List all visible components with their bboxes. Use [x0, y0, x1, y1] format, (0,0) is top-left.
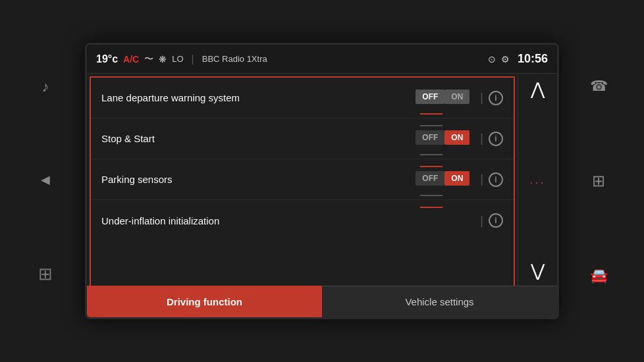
lane-departure-info-btn[interactable]: i: [489, 91, 503, 105]
parking-off-btn[interactable]: OFF: [416, 171, 444, 186]
side-panel-right: ☎ ⊞ 🚘: [559, 0, 638, 362]
status-divider-1: |: [192, 53, 194, 65]
settings-icon[interactable]: ⚙: [501, 54, 510, 65]
clock-display: 10:56: [518, 52, 548, 66]
stop-start-label: Stop & Start: [101, 133, 416, 144]
sep-3: |: [480, 172, 483, 186]
side-panel-left: ♪ ◀ ⊞: [6, 0, 85, 362]
settings-list: Lane departure warning system OFF ON | i: [90, 76, 515, 286]
inflation-label: Under-inflation initialization: [101, 215, 475, 226]
bottom-tabs: Driving function Vehicle settings: [87, 286, 557, 317]
setting-row-stop-start: Stop & Start OFF ON | i: [91, 118, 514, 159]
phone-icon[interactable]: ☎: [590, 78, 608, 95]
car-icon[interactable]: 🚘: [590, 267, 608, 284]
music-icon[interactable]: ♪: [42, 78, 49, 95]
inflation-info-btn[interactable]: i: [489, 213, 503, 228]
location-icon: ⊙: [488, 54, 496, 65]
scroll-dots: ...: [529, 173, 545, 187]
grid-icon[interactable]: ⊞: [592, 172, 605, 190]
lane-departure-off-btn[interactable]: OFF: [416, 90, 444, 104]
car-frame: ♪ ◀ ⊞ 19°c A/C 〜 ❋ LO | BBC Radio 1Xtra …: [0, 0, 644, 362]
fan-icon: ❋: [159, 54, 167, 65]
lane-departure-toggle[interactable]: OFF ON: [416, 90, 470, 107]
sep-1: |: [480, 91, 483, 105]
lane-departure-on-btn[interactable]: ON: [444, 90, 470, 104]
main-content: Lane departure warning system OFF ON | i: [87, 74, 557, 286]
setting-row-parking: Parking sensors OFF ON | i: [91, 159, 514, 200]
main-screen: 19°c A/C 〜 ❋ LO | BBC Radio 1Xtra ⊙ ⚙ 10…: [85, 43, 559, 319]
setting-row-inflation: Under-inflation initialization | i: [91, 200, 514, 241]
parking-sensors-label: Parking sensors: [101, 174, 416, 185]
status-bar: 19°c A/C 〜 ❋ LO | BBC Radio 1Xtra ⊙ ⚙ 10…: [87, 45, 557, 74]
tab-driving-function[interactable]: Driving function: [87, 286, 322, 317]
apps-icon[interactable]: ⊞: [38, 264, 53, 284]
setting-row-lane-departure: Lane departure warning system OFF ON | i: [91, 78, 514, 118]
ac-indicator: A/C: [123, 54, 139, 65]
scroll-up-arrow[interactable]: ⋀: [531, 80, 545, 97]
sep-2: |: [480, 132, 483, 145]
scroll-arrows-panel: ⋀ ... ⋁: [518, 74, 557, 286]
stop-start-on-btn[interactable]: ON: [444, 130, 470, 145]
scroll-down-arrow[interactable]: ⋁: [531, 262, 545, 279]
stop-start-off-btn[interactable]: OFF: [416, 130, 444, 145]
temperature-display: 19°c: [96, 53, 118, 65]
nav-icon[interactable]: ◀: [41, 172, 50, 187]
tab-vehicle-settings[interactable]: Vehicle settings: [322, 286, 557, 317]
radio-display: BBC Radio 1Xtra: [202, 54, 483, 64]
stop-start-toggle[interactable]: OFF ON: [416, 130, 470, 147]
parking-on-btn[interactable]: ON: [444, 171, 470, 186]
stop-start-info-btn[interactable]: i: [489, 132, 503, 146]
sep-4: |: [480, 214, 483, 228]
airflow-icon: 〜: [144, 53, 153, 65]
lane-departure-label: Lane departure warning system: [101, 92, 416, 103]
fan-level: LO: [172, 54, 183, 64]
parking-toggle[interactable]: OFF ON: [416, 171, 470, 188]
parking-info-btn[interactable]: i: [489, 172, 503, 187]
